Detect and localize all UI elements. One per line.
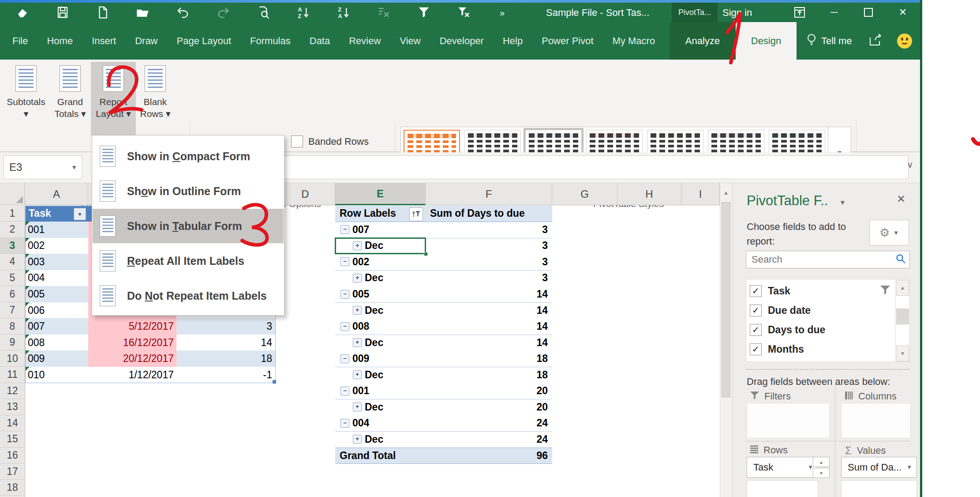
pivot-grand-total-label[interactable]: Grand Total	[335, 448, 426, 464]
tab-analyze[interactable]: Analyze	[670, 22, 736, 60]
grand-totals-button[interactable]: GrandTotals ▾	[51, 62, 89, 136]
row-header-1[interactable]: 1	[0, 206, 25, 222]
pivot-row-value[interactable]: 3	[426, 254, 552, 270]
collapse-icon[interactable]: −	[340, 387, 349, 395]
checkbox-icon[interactable]: ✓	[750, 324, 762, 336]
columns-drop-area[interactable]	[841, 403, 911, 438]
expand-formula-bar-icon[interactable]: ∨	[907, 159, 913, 170]
column-header-E[interactable]: E	[335, 183, 426, 205]
row-header-4[interactable]: 4	[0, 254, 25, 270]
table-cell-task[interactable]: 010	[25, 367, 88, 383]
search-box[interactable]	[746, 251, 910, 268]
eraser-icon[interactable]	[15, 5, 30, 20]
tab-view[interactable]: View	[400, 35, 420, 47]
new-document-icon[interactable]	[95, 5, 110, 20]
pane-close-icon[interactable]: ✕	[897, 193, 905, 205]
tools-button[interactable]: ⚙▼	[869, 220, 909, 245]
menu-item-do-not-repeat-item-labels[interactable]: Do Not Repeat Item Labels	[93, 279, 284, 313]
table-cell-task[interactable]: 005	[25, 286, 88, 302]
expand-icon[interactable]: +	[353, 370, 362, 379]
pivot-row-value[interactable]: 14	[426, 286, 552, 302]
name-box-dropdown-icon[interactable]: ▼	[71, 164, 77, 171]
fields-scrollbar-thumb[interactable]	[896, 309, 909, 324]
print-preview-icon[interactable]	[256, 5, 271, 20]
pane-options-dropdown-icon[interactable]: ▼	[839, 199, 846, 206]
row-header-5[interactable]: 5	[0, 270, 25, 286]
menu-item-show-in-tabular-form[interactable]: Show in Tabular Form	[93, 209, 284, 243]
ribbon-display-options-icon[interactable]	[792, 4, 808, 20]
tab-my-macro[interactable]: My Macro	[613, 35, 655, 47]
fill-handle[interactable]	[424, 252, 428, 256]
vertical-scrollbar-thumb[interactable]	[722, 202, 730, 397]
undo-icon[interactable]	[176, 5, 191, 20]
task-filter-dropdown-icon[interactable]: ▾	[74, 208, 86, 220]
tab-review[interactable]: Review	[349, 35, 381, 47]
collapse-icon[interactable]: −	[340, 290, 349, 299]
field-item-days-to-due[interactable]: ✓Days to due	[750, 320, 825, 339]
pivot-row-label[interactable]: +Dec	[335, 270, 426, 286]
row-header-10[interactable]: 10	[0, 350, 25, 367]
rows-field-pill[interactable]: Task▼	[747, 457, 818, 478]
field-item-months[interactable]: ✓Months	[750, 339, 804, 359]
scroll-up-icon[interactable]: ▲	[721, 184, 731, 200]
row-header-8[interactable]: 8	[0, 318, 25, 335]
column-header-I[interactable]: I	[681, 183, 720, 205]
pivot-row-label[interactable]: −004	[335, 415, 426, 432]
pivot-row-value[interactable]: 3	[426, 222, 552, 238]
checkbox-icon[interactable]	[291, 136, 303, 147]
checkbox-icon[interactable]: ✓	[750, 343, 762, 355]
expand-icon[interactable]: +	[353, 338, 362, 347]
pivot-header-row-labels[interactable]: Row Labels	[335, 206, 426, 222]
pivot-row-label[interactable]: +Dec	[335, 302, 426, 319]
pivot-row-value[interactable]: 20	[426, 399, 552, 415]
field-item-due-date[interactable]: ✓Due date	[750, 301, 811, 320]
collapse-icon[interactable]: −	[340, 225, 349, 234]
table-cell-days-to-due[interactable]: 14	[176, 335, 276, 351]
tab-design[interactable]: Design	[736, 22, 797, 60]
pivot-row-value[interactable]: 18	[426, 367, 552, 383]
column-header-G[interactable]: G	[552, 183, 617, 205]
table-cell-due-date[interactable]: 5/12/2017	[88, 318, 176, 335]
field-reorder-spinner[interactable]: ▲▼	[813, 457, 830, 478]
tab-data[interactable]: Data	[310, 35, 330, 47]
pivot-row-value[interactable]: 3	[426, 238, 552, 254]
open-folder-icon[interactable]	[135, 5, 150, 20]
pivot-header-sum-of-days[interactable]: Sum of Days to due	[426, 206, 552, 222]
sort-az-icon[interactable]: AZ	[296, 5, 311, 20]
tab-page-layout[interactable]: Page Layout	[177, 35, 232, 47]
table-cell-days-to-due[interactable]: 3	[176, 318, 276, 335]
checkbox-icon[interactable]: ✓	[750, 305, 762, 316]
tab-insert[interactable]: Insert	[92, 35, 116, 47]
pivot-row-label[interactable]: −008	[335, 318, 426, 335]
clear-filter-icon[interactable]	[456, 5, 471, 20]
checkbox-icon[interactable]: ✓	[750, 285, 762, 297]
row-header-13[interactable]: 13	[0, 399, 25, 415]
table-cell-due-date[interactable]: 1/12/2017	[88, 367, 176, 383]
column-header-D[interactable]: D	[276, 183, 335, 205]
table-cell-days-to-due[interactable]: -1	[176, 367, 276, 383]
collapse-icon[interactable]: −	[340, 419, 349, 428]
close-icon[interactable]: ✕	[895, 4, 911, 20]
table-cell-task[interactable]: 002	[25, 238, 88, 254]
row-header-15[interactable]: 15	[0, 431, 25, 448]
table-cell-task[interactable]: 009	[25, 350, 88, 367]
tab-home[interactable]: Home	[47, 35, 73, 47]
table-cell-task[interactable]: 006	[25, 302, 88, 319]
tab-power-pivot[interactable]: Power Pivot	[542, 35, 593, 47]
chevron-down-icon[interactable]: ▼	[906, 464, 912, 471]
collapse-icon[interactable]: −	[340, 322, 349, 331]
table-cell-due-date[interactable]: 20/12/2017	[88, 350, 176, 367]
pivot-row-label[interactable]: −002	[335, 254, 426, 270]
spin-up-icon[interactable]: ▲	[813, 457, 830, 467]
row-header-12[interactable]: 12	[0, 383, 25, 399]
spin-down-icon[interactable]: ▼	[813, 468, 830, 478]
clear-icon[interactable]	[376, 5, 391, 20]
column-header-A[interactable]: A	[25, 183, 88, 205]
table-cell-task[interactable]: 003	[25, 254, 88, 270]
table-cell-days-to-due[interactable]: 18	[176, 350, 276, 367]
collapse-icon[interactable]: −	[340, 354, 349, 363]
pivot-row-value[interactable]: 14	[426, 318, 552, 335]
pivot-row-label[interactable]: −007	[335, 222, 426, 238]
scroll-down-icon[interactable]: ▼	[896, 346, 909, 361]
row-header-11[interactable]: 11	[0, 367, 25, 383]
